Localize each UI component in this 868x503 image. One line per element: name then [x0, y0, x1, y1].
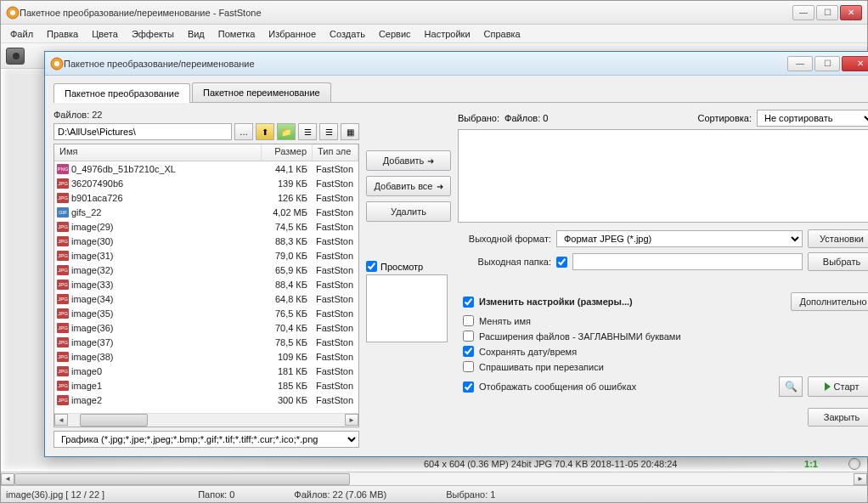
list-scroll-left[interactable]: ◄ — [54, 414, 68, 426]
minimize-button[interactable]: — — [792, 5, 814, 20]
menu-settings[interactable]: Настройки — [419, 27, 476, 41]
dialog-minimize-button[interactable]: — — [787, 56, 813, 71]
add-button[interactable]: Добавить➜ — [366, 150, 451, 171]
list-item[interactable]: JPGimage(32)65,9 КБFastSton — [54, 263, 358, 277]
selected-count: Файлов: 0 — [504, 113, 548, 123]
main-hscrollbar[interactable]: ◄ ► — [1, 472, 867, 485]
maximize-button[interactable]: ☐ — [816, 5, 838, 20]
list-item[interactable]: JPGb901aca726126 КБFastSton — [54, 190, 358, 205]
jpg-file-icon: JPG — [57, 337, 69, 348]
remove-button[interactable]: Удалить — [366, 201, 451, 222]
menu-create[interactable]: Создать — [324, 27, 371, 41]
menu-edit[interactable]: Правка — [41, 27, 84, 41]
col-name[interactable]: Имя — [54, 144, 262, 161]
view-list-button[interactable]: ☰ — [298, 123, 317, 140]
view-details-button[interactable]: ☰ — [319, 123, 338, 140]
settings-button[interactable]: Установки — [808, 229, 868, 248]
scroll-right-button[interactable]: ► — [854, 473, 867, 485]
scroll-thumb[interactable] — [14, 473, 350, 485]
show-errors-checkbox-label[interactable]: Отображать сообщения об ошибках — [463, 381, 636, 393]
uppercase-checkbox-label[interactable]: Расширения файлов - ЗАГЛАВНЫМИ буквами — [463, 331, 868, 342]
file-type: FastSton — [313, 395, 358, 405]
browse-path-button[interactable]: … — [234, 123, 253, 140]
resize-checkbox-label[interactable]: Изменить настройки (размеры...) — [463, 297, 633, 308]
browse-output-button[interactable]: Выбрать — [808, 252, 868, 271]
list-item[interactable]: JPGimage(31)79,0 КБFastSton — [54, 248, 358, 263]
list-item[interactable]: JPGimage(33)88,4 КБFastSton — [54, 277, 358, 291]
format-select[interactable]: Формат JPEG (*.jpg) — [556, 230, 803, 247]
filter-select[interactable]: Графика (*.jpg;*.jpe;*.jpeg;*.bmp;*.gif;… — [54, 431, 359, 448]
ask-overwrite-checkbox[interactable] — [463, 361, 474, 372]
view-thumb-button[interactable]: ▦ — [341, 123, 359, 140]
menu-help[interactable]: Справка — [478, 27, 527, 41]
keep-date-checkbox-label[interactable]: Сохранять дату/время — [463, 346, 868, 357]
menu-effects[interactable]: Эффекты — [126, 27, 180, 41]
camera-icon[interactable] — [6, 48, 25, 65]
menu-colors[interactable]: Цвета — [86, 27, 124, 41]
list-item[interactable]: JPGimage(36)70,4 КБFastSton — [54, 320, 358, 335]
folder-up-button[interactable]: ⬆ — [256, 123, 274, 140]
close-dialog-button[interactable]: Закрыть — [808, 408, 868, 427]
list-item[interactable]: JPGimage(38)109 КБFastSton — [54, 349, 358, 364]
menu-mark[interactable]: Пометка — [212, 27, 262, 41]
menu-service[interactable]: Сервис — [373, 27, 417, 41]
list-item[interactable]: JPGimage0181 КБFastSton — [54, 364, 358, 378]
folder-open-button[interactable]: 📁 — [277, 123, 296, 140]
sort-select[interactable]: Не сортировать — [757, 110, 868, 127]
status-file: image(36).jpg [ 12 / 22 ] — [6, 489, 104, 500]
file-name: image(29) — [71, 222, 262, 232]
list-item[interactable]: JPGimage(34)64,8 КБFastSton — [54, 291, 358, 306]
preview-checkbox[interactable] — [366, 261, 377, 272]
list-item[interactable]: JPGimage(30)88,3 КБFastSton — [54, 234, 358, 248]
menu-favorites[interactable]: Избранное — [262, 27, 322, 41]
col-size[interactable]: Размер — [262, 144, 313, 161]
uppercase-checkbox[interactable] — [463, 331, 474, 342]
file-type: FastSton — [313, 164, 358, 174]
file-size: 65,9 КБ — [262, 265, 313, 275]
list-item[interactable]: PNG0_4976db_51b7210c_XL44,1 КБFastSton — [54, 161, 358, 176]
keep-date-checkbox[interactable] — [463, 346, 474, 357]
list-item[interactable]: JPGimage(37)78,5 КБFastSton — [54, 335, 358, 349]
menu-file[interactable]: Файл — [4, 27, 39, 41]
list-hscrollbar[interactable]: ◄ ► — [54, 413, 358, 427]
list-item[interactable]: JPGimage1185 КБFastSton — [54, 378, 358, 393]
start-button[interactable]: Старт — [808, 376, 868, 397]
add-all-button[interactable]: Добавить все➜ — [366, 176, 451, 196]
file-count-label: Файлов: 22 — [54, 110, 359, 120]
ask-overwrite-checkbox-label[interactable]: Спрашивать при перезаписи — [463, 361, 868, 372]
preview-zoom-button[interactable]: 🔍 — [779, 376, 803, 397]
file-type: FastSton — [313, 236, 358, 246]
tab-rename[interactable]: Пакетное переименование — [192, 82, 331, 102]
output-folder-input[interactable] — [572, 253, 803, 270]
preview-checkbox-label[interactable]: Просмотр — [366, 261, 451, 272]
tab-convert[interactable]: Пакетное преобразование — [54, 83, 190, 103]
rename-checkbox[interactable] — [463, 315, 474, 326]
list-item[interactable]: JPGimage(29)74,5 КБFastSton — [54, 219, 358, 234]
selected-files-list[interactable] — [458, 129, 868, 223]
list-item[interactable]: JPG36207490b6139 КБFastSton — [54, 176, 358, 190]
col-type[interactable]: Тип эле — [313, 144, 358, 161]
close-button[interactable]: ✕ — [840, 5, 862, 20]
scroll-track[interactable] — [14, 473, 854, 485]
batch-dialog: Пакетное преобразование/переименование —… — [44, 51, 868, 457]
jpg-file-icon: JPG — [57, 280, 69, 290]
list-item[interactable]: GIFgifs_224,02 МБFastSton — [54, 205, 358, 219]
preview-box — [366, 274, 448, 342]
file-list[interactable]: Имя Размер Тип эле PNG0_4976db_51b7210c_… — [54, 144, 359, 427]
scroll-left-button[interactable]: ◄ — [1, 473, 14, 485]
magnifier-icon: 🔍 — [785, 381, 798, 393]
list-item[interactable]: JPGimage2300 КБFastSton — [54, 393, 358, 407]
show-errors-checkbox[interactable] — [463, 381, 474, 393]
file-size: 88,3 КБ — [262, 236, 313, 246]
advanced-button[interactable]: Дополнительно — [791, 292, 868, 311]
resize-checkbox[interactable] — [463, 297, 474, 308]
list-item[interactable]: JPGimage(35)76,5 КБFastSton — [54, 306, 358, 320]
list-scroll-thumb[interactable] — [80, 414, 148, 427]
menu-view[interactable]: Вид — [182, 27, 211, 41]
rename-checkbox-label[interactable]: Менять имя — [463, 315, 868, 326]
path-input[interactable] — [54, 123, 232, 140]
dialog-close-button[interactable]: ✕ — [842, 56, 868, 71]
dialog-maximize-button[interactable]: ☐ — [814, 56, 840, 71]
list-scroll-right[interactable]: ► — [345, 414, 358, 426]
output-folder-checkbox[interactable] — [556, 257, 567, 268]
